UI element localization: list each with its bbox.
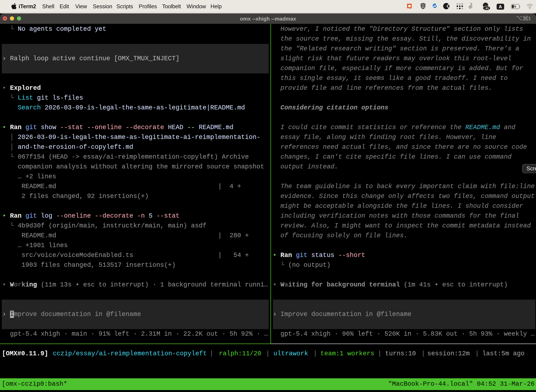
svg-text:1: 1 (528, 15, 530, 21)
svg-text:..61: ..61 (484, 7, 489, 10)
